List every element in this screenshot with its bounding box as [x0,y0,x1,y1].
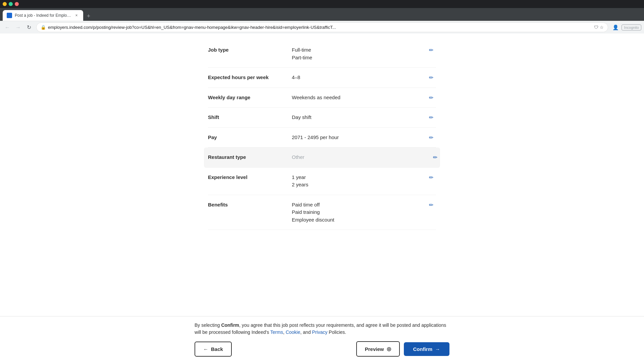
form-row-shift: Shift Day shift ✏ [208,108,436,128]
value-line: 2 years [292,181,436,189]
value-line: 1 year [292,174,436,181]
value-line: Day shift [292,114,436,121]
tab-favicon [7,13,12,18]
field-label-job-type: Job type [208,46,292,53]
field-label-experience-level: Experience level [208,174,292,180]
new-tab-button[interactable]: + [84,11,93,21]
tab-title: Post a job - Indeed for Employ... [15,13,71,18]
tab-close-button[interactable]: × [74,13,79,18]
back-nav-button[interactable]: ← [3,23,12,32]
pencil-icon: ✏ [429,202,433,208]
nav-buttons: ← → ↻ [3,23,34,32]
value-line: 4–8 [292,74,436,81]
field-value-restaurant-type: Other [292,154,436,161]
lock-icon: 🔒 [41,25,46,30]
forward-nav-icon: → [15,24,21,31]
edit-restaurant-type-button[interactable]: ✏ [430,153,440,162]
address-icons: 🛡 ☆ [594,25,604,30]
page-content: Job type Full-time Part-time ✏ Expected … [0,34,644,270]
pencil-icon: ✏ [433,155,437,160]
value-line: 2071 - 2495 per hour [292,134,436,141]
edit-expected-hours-button[interactable]: ✏ [426,73,436,82]
form-row-weekly-day-range: Weekly day range Weekends as needed ✏ [208,88,436,108]
form-table: Job type Full-time Part-time ✏ Expected … [195,34,449,237]
value-line: Employee discount [292,216,436,224]
window-controls [3,2,19,6]
shield-icon: 🛡 [594,25,598,30]
field-label-weekly-day-range: Weekly day range [208,94,292,100]
refresh-icon: ↻ [27,24,31,31]
address-bar[interactable]: 🔒 employers.indeed.com/p/posting/review-… [36,22,608,32]
pencil-icon: ✏ [429,175,433,180]
value-line: Part-time [292,54,436,62]
edit-benefits-button[interactable]: ✏ [426,200,436,209]
form-row-restaurant-type: Restaurant type Other ✏ [204,147,440,168]
browser-actions: 👤 Incognito [611,23,641,32]
field-value-benefits: Paid time off Paid training Employee dis… [292,201,436,224]
back-nav-icon: ← [5,24,10,31]
profile-icon: 👤 [612,24,619,31]
forward-nav-button[interactable]: → [13,23,23,32]
close-button[interactable] [15,2,19,6]
edit-pay-button[interactable]: ✏ [426,133,436,142]
field-label-pay: Pay [208,134,292,140]
edit-experience-level-button[interactable]: ✏ [426,173,436,182]
value-line: Paid time off [292,201,436,209]
field-value-weekly-day-range: Weekends as needed [292,94,436,102]
incognito-badge: Incognito [622,24,641,31]
form-row-experience-level: Experience level 1 year 2 years ✏ [208,168,436,195]
profile-button[interactable]: 👤 [611,23,620,32]
minimize-button[interactable] [3,2,7,6]
bookmark-icon: ☆ [600,25,604,30]
pencil-icon: ✏ [429,135,433,140]
form-row-pay: Pay 2071 - 2495 per hour ✏ [208,128,436,148]
pencil-icon: ✏ [429,47,433,53]
field-label-shift: Shift [208,114,292,120]
edit-job-type-button[interactable]: ✏ [426,46,436,55]
field-label-benefits: Benefits [208,201,292,207]
form-row-expected-hours: Expected hours per week 4–8 ✏ [208,68,436,88]
form-row-job-type: Job type Full-time Part-time ✏ [208,40,436,68]
field-value-experience-level: 1 year 2 years [292,174,436,189]
value-line: Weekends as needed [292,94,436,102]
field-value-job-type: Full-time Part-time [292,46,436,61]
value-line: Other [292,154,436,161]
pencil-icon: ✏ [429,75,433,80]
pencil-icon: ✏ [429,95,433,101]
maximize-button[interactable] [9,2,13,6]
field-label-restaurant-type: Restaurant type [208,154,292,160]
form-row-benefits: Benefits Paid time off Paid training Emp… [208,195,436,230]
edit-weekly-day-range-button[interactable]: ✏ [426,93,436,102]
browser-titlebar [0,0,644,8]
field-value-pay: 2071 - 2495 per hour [292,134,436,141]
field-value-expected-hours: 4–8 [292,74,436,81]
browser-chrome: Post a job - Indeed for Employ... × + ← … [0,0,644,34]
field-label-expected-hours: Expected hours per week [208,74,292,80]
edit-shift-button[interactable]: ✏ [426,113,436,122]
browser-addressbar: ← → ↻ 🔒 employers.indeed.com/p/posting/r… [0,21,644,34]
pencil-icon: ✏ [429,115,433,120]
field-value-shift: Day shift [292,114,436,121]
value-line: Full-time [292,46,436,54]
value-line: Paid training [292,208,436,216]
browser-tabs: Post a job - Indeed for Employ... × + [0,8,644,21]
active-tab[interactable]: Post a job - Indeed for Employ... × [3,10,83,21]
address-url-text: employers.indeed.com/p/posting/review-jo… [48,25,592,30]
refresh-nav-button[interactable]: ↻ [24,23,34,32]
